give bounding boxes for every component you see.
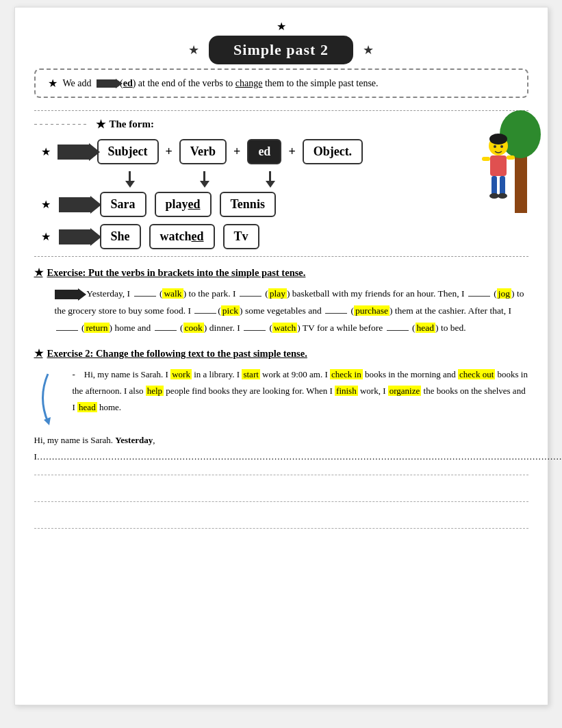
sara-box: Sara <box>100 192 146 217</box>
title-box: Simple past 2 <box>209 36 353 64</box>
yesterday-bold: Yesterday <box>115 435 153 445</box>
dotted-line-2 <box>34 501 528 502</box>
example2-star: ★ <box>41 230 51 243</box>
curved-arrow-svg <box>34 371 53 425</box>
line-space-2 <box>34 507 528 523</box>
watch-highlight: watch <box>272 323 297 333</box>
finish-highlight: finish <box>335 386 358 396</box>
head2-highlight: head <box>77 402 97 412</box>
example2-arrow <box>59 229 92 244</box>
checkout-highlight: check out <box>458 369 495 379</box>
ed-box-group: ed <box>247 139 281 164</box>
played-ed: ed <box>188 197 201 211</box>
form-star: ★ <box>96 118 105 131</box>
form-section: ★ The form: ★ Subject + Verb + ed + Obje… <box>34 110 528 249</box>
organize-highlight: organize <box>388 386 422 396</box>
ex1-arrow-bullet <box>55 290 79 299</box>
formula-row: ★ Subject + Verb + ed + Object. <box>34 139 528 164</box>
blank6 <box>56 330 78 331</box>
left-star: ★ <box>188 42 199 58</box>
ed-down-arrow <box>266 171 275 188</box>
pick-highlight: pick <box>221 305 240 316</box>
ed-rule: ed <box>123 78 133 88</box>
arrow-icon <box>97 79 117 88</box>
example1-star: ★ <box>41 198 51 211</box>
exercise2-text-area: - Hi, my name is Sarah. I work in a libr… <box>59 366 528 416</box>
jog-highlight: jog <box>497 288 511 299</box>
help-highlight: help <box>146 386 164 396</box>
she-box: She <box>100 224 141 249</box>
rule-text: We add (ed) at the end of the verbs to c… <box>63 78 379 89</box>
play-text: play <box>166 197 188 211</box>
verb-box-group: Verb <box>179 139 227 164</box>
blank5 <box>325 313 347 314</box>
tv-box: Tv <box>223 224 259 249</box>
played-box: played <box>155 192 212 217</box>
svg-rect-8 <box>507 155 515 160</box>
blank7 <box>155 330 177 331</box>
watch-text: watch <box>160 229 192 243</box>
watched-ed: ed <box>192 229 204 243</box>
start-highlight: start <box>242 369 259 379</box>
svg-point-10 <box>498 193 507 199</box>
plus2: + <box>233 145 240 159</box>
exercise1-text: Yesterday, I (walk) to the park. I (play… <box>55 286 528 337</box>
walk-highlight: walk <box>162 288 183 299</box>
exercise1-title: ★ Exercise: Put the verbs in brackets in… <box>34 266 528 279</box>
ex1-title-text: Exercise: Put the verbs in brackets into… <box>47 267 306 279</box>
blank3 <box>468 296 490 297</box>
verb-down-arrow <box>200 171 209 188</box>
formula-star: ★ <box>41 145 51 158</box>
exercise2-title: ★ Exercise 2: Change the following text … <box>34 348 528 360</box>
blank9 <box>387 330 409 331</box>
object-box-group: Object. <box>303 139 363 164</box>
blank1 <box>134 296 156 297</box>
arrow-shape-3 <box>59 229 92 244</box>
ed-box: ed <box>247 139 281 164</box>
svg-point-3 <box>489 134 507 145</box>
exercise2-content: - Hi, my name is Sarah. I work in a libr… <box>34 366 528 425</box>
rule-box: ★ We add (ed) at the end of the verbs to… <box>34 68 528 98</box>
section-divider-1 <box>34 256 528 257</box>
cook-highlight: cook <box>183 323 204 333</box>
top-star: ★ <box>34 20 528 33</box>
tennis-box: Tennis <box>220 192 276 217</box>
svg-rect-5 <box>491 176 497 195</box>
watched-box: watched <box>149 224 215 249</box>
verb-box: Verb <box>179 139 227 164</box>
svg-point-9 <box>489 193 499 199</box>
dotted-line-1 <box>34 475 528 475</box>
blank2 <box>240 296 261 297</box>
curved-arrow-icon <box>34 371 53 425</box>
subject-box-group: Subject <box>97 139 159 164</box>
character-svg <box>465 103 541 213</box>
exercise2-paragraph: - Hi, my name is Sarah. I work in a libr… <box>73 366 528 416</box>
arrow-shape <box>58 145 90 160</box>
blank4 <box>194 313 216 314</box>
example2-row: ★ She watched Tv <box>34 224 528 249</box>
exercise2-answer-area: Hi, my name is Sarah. Yesterday, I………………… <box>34 432 528 465</box>
checkin-highlight: check in <box>330 369 363 379</box>
form-label: ★ The form: <box>34 118 528 131</box>
title-text: Simple past 2 <box>233 41 329 59</box>
form-label-text: The form: <box>110 118 154 130</box>
right-star: ★ <box>363 42 374 58</box>
svg-point-11 <box>494 145 496 148</box>
svg-rect-6 <box>500 176 505 195</box>
rule-star: ★ <box>48 77 58 90</box>
bottom-lines-section <box>34 475 528 529</box>
work-highlight: work <box>170 369 192 379</box>
example1-arrow <box>59 197 92 212</box>
answer-dots: …………………………………………………………………………………………………………… <box>37 451 562 462</box>
exercise1-section: ★ Exercise: Put the verbs in brackets in… <box>34 266 528 337</box>
ex1-star: ★ <box>34 266 43 279</box>
head-highlight: head <box>416 323 435 333</box>
svg-rect-7 <box>482 157 490 161</box>
plus1: + <box>166 145 173 159</box>
ex2-star: ★ <box>34 348 43 360</box>
subject-box: Subject <box>97 139 159 164</box>
exercise2-section: ★ Exercise 2: Change the following text … <box>34 348 528 465</box>
title-row: ★ Simple past 2 ★ <box>34 36 528 64</box>
dotted-line-3 <box>34 528 528 529</box>
object-box: Object. <box>303 139 363 164</box>
